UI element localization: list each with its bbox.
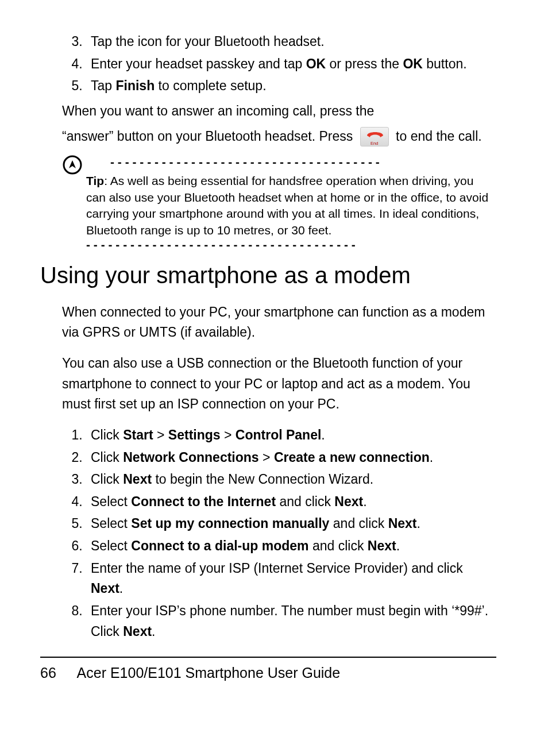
page: Tap the icon for your Bluetooth headset.… xyxy=(0,0,548,699)
bold-term: Set up my connection manually xyxy=(131,516,329,531)
tip-dashes-top: - - - - - - - - - - - - - - - - - - - - … xyxy=(86,157,496,167)
list-item: Select Connect to the Internet and click… xyxy=(86,492,496,512)
list-item: Enter your headset passkey and tap OK or… xyxy=(86,54,496,75)
bluetooth-steps-list: Tap the icon for your Bluetooth headset.… xyxy=(62,32,496,97)
bold-term: Network Connections xyxy=(123,450,258,465)
footer-rule xyxy=(40,657,496,658)
list-item: Enter your ISP’s phone number. The numbe… xyxy=(86,601,496,642)
bold-term: Connect to the Internet xyxy=(131,494,276,509)
answer-text-after: to end the call. xyxy=(396,129,482,144)
bold-term: Control Panel xyxy=(236,427,322,442)
bold-term: Next xyxy=(334,494,363,509)
list-item: Select Set up my connection manually and… xyxy=(86,514,496,534)
answer-paragraph-1: When you want to answer an incoming call… xyxy=(62,101,496,122)
list-item: Click Network Connections > Create a new… xyxy=(86,448,496,468)
list-item: Click Start > Settings > Control Panel. xyxy=(86,425,496,446)
modem-paragraph-1: When connected to your PC, your smartpho… xyxy=(62,302,496,343)
content-column: Tap the icon for your Bluetooth headset.… xyxy=(40,32,496,146)
bold-term: OK xyxy=(403,56,423,71)
modem-paragraph-2: You can also use a USB connection or the… xyxy=(62,353,496,415)
bold-term: Next xyxy=(91,581,119,596)
footer: 66 Acer E100/E101 Smartphone User Guide xyxy=(40,664,496,682)
end-call-button-icon: End xyxy=(360,127,389,146)
bold-term: OK xyxy=(306,56,326,71)
answer-text-before: “answer” button on your Bluetooth headse… xyxy=(62,129,353,144)
list-item: Tap the icon for your Bluetooth headset. xyxy=(86,32,496,52)
tip-block: - - - - - - - - - - - - - - - - - - - - … xyxy=(40,157,496,249)
bold-term: Next xyxy=(123,472,152,487)
end-call-button-label: End xyxy=(361,141,388,146)
list-item: Select Connect to a dial-up modem and cl… xyxy=(86,536,496,557)
modem-content: When connected to your PC, your smartpho… xyxy=(40,302,496,642)
bold-term: Next xyxy=(123,624,152,639)
tip-text: Tip: As well as being essential for hand… xyxy=(86,173,496,238)
bold-term: Connect to a dial-up modem xyxy=(131,538,308,553)
bold-term: Create a new connection xyxy=(274,450,430,465)
bold-term: Settings xyxy=(168,427,221,442)
bold-term: Start xyxy=(123,427,153,442)
list-item: Enter the name of your ISP (Internet Ser… xyxy=(86,558,496,599)
tip-dashes-bottom: - - - - - - - - - - - - - - - - - - - - … xyxy=(86,240,496,250)
footer-title: Acer E100/E101 Smartphone User Guide xyxy=(77,665,341,681)
list-item: Click Next to begin the New Connection W… xyxy=(86,469,496,490)
modem-steps-list: Click Start > Settings > Control Panel.C… xyxy=(62,425,496,642)
answer-paragraph-2: “answer” button on your Bluetooth headse… xyxy=(62,126,496,147)
bold-term: Next xyxy=(388,516,417,531)
page-number: 66 xyxy=(40,664,74,682)
list-item: Tap Finish to complete setup. xyxy=(86,76,496,97)
tip-label: Tip xyxy=(86,174,104,187)
bold-term: Next xyxy=(368,538,396,553)
bold-term: Finish xyxy=(115,78,155,93)
section-heading: Using your smartphone as a modem xyxy=(40,261,496,290)
phone-end-icon xyxy=(365,128,385,141)
tip-body: : As well as being essential for handsfr… xyxy=(86,174,488,236)
compass-icon xyxy=(62,155,83,178)
